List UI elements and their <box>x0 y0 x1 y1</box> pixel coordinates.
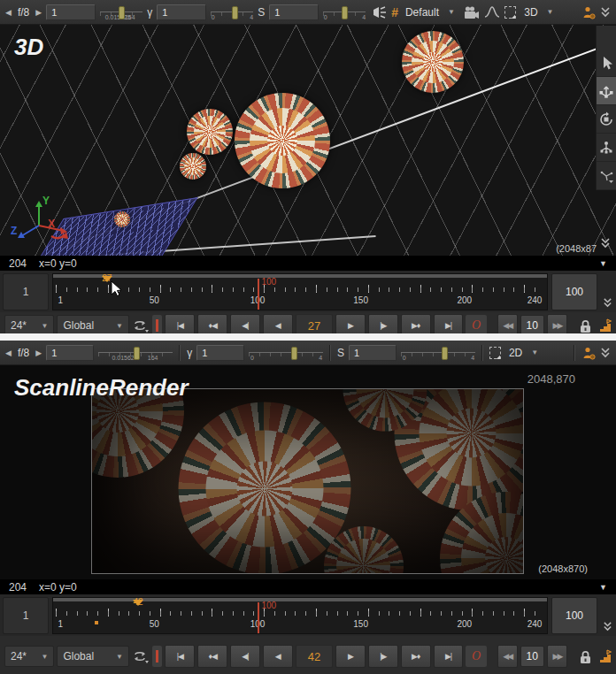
saturation-slider[interactable]: 0 4 <box>323 4 366 21</box>
gain-field[interactable]: 1 <box>46 4 96 20</box>
gamma-slider-handle[interactable] <box>291 347 297 360</box>
select-tool-button[interactable] <box>597 49 616 77</box>
saturation-slider-handle[interactable] <box>442 347 448 360</box>
frame-tick-label: 50 <box>150 619 159 629</box>
wipe-grid-icon[interactable]: # <box>391 4 397 21</box>
decrement-button[interactable]: ◀◀ <box>497 645 518 668</box>
flower-card-large[interactable] <box>235 93 330 188</box>
gain-slider-handle[interactable] <box>119 6 125 19</box>
panel-divider <box>0 333 616 341</box>
pause-person-icon[interactable] <box>581 344 596 362</box>
gamma-tick-label: 4 <box>319 355 322 361</box>
proxy-mode-label[interactable]: f/8 <box>16 6 31 19</box>
range-end-field[interactable]: 100 <box>551 597 597 634</box>
timeline-scrollbar[interactable] <box>53 598 547 601</box>
viewport-2d[interactable]: 2048,870 ScanlineRender (2048x870) <box>0 365 616 579</box>
svg-text:Y: Y <box>42 195 50 207</box>
double-chevron-down-icon[interactable] <box>601 597 613 634</box>
pause-person-icon[interactable] <box>581 4 596 21</box>
frame-tick-label: 50 <box>150 295 159 305</box>
viewport-3d[interactable]: 3D Y X Z (2048x87 <box>0 25 616 256</box>
playhead-marker-icon <box>133 600 143 626</box>
range-mode-select[interactable]: Global ▼ <box>57 646 128 667</box>
goto-start-button[interactable]: |◀ <box>165 645 195 668</box>
double-chevron-down-icon[interactable] <box>601 273 613 310</box>
expand-status-icon[interactable]: ▼ <box>599 583 607 592</box>
saturation-field[interactable]: 1 <box>269 4 319 20</box>
scale-tool-button[interactable] <box>597 134 616 162</box>
fps-select[interactable]: 24* ▼ <box>4 646 54 667</box>
step-back-button[interactable]: ◀| <box>230 645 260 668</box>
double-chevron-down-icon[interactable] <box>600 344 611 362</box>
increment-button[interactable]: ▶▶ <box>547 645 567 668</box>
playhead[interactable]: 42 <box>133 598 143 622</box>
camera-icon[interactable] <box>463 4 480 21</box>
play-backward-button[interactable]: ◀ <box>263 645 293 668</box>
flower-card-far[interactable] <box>402 31 464 93</box>
curve-icon[interactable] <box>484 4 500 21</box>
gamma-slider[interactable]: 0 4 <box>211 4 253 21</box>
view-mode-select[interactable]: 3D ▼ <box>520 6 577 19</box>
expand-status-icon[interactable]: ▼ <box>599 259 607 268</box>
next-input-icon[interactable]: ▶ <box>35 348 42 357</box>
gamma-slider-handle[interactable] <box>232 6 238 19</box>
gain-slider-handle[interactable] <box>134 347 140 360</box>
flower-card-medium[interactable] <box>187 109 233 155</box>
flower-card-small[interactable] <box>180 153 206 180</box>
fps-value: 24* <box>11 319 27 332</box>
range-start-field[interactable]: 1 <box>3 273 49 310</box>
range-start-field[interactable]: 1 <box>3 597 49 634</box>
frame-tick-label: 200 <box>457 619 472 629</box>
timeline: 1 1 50 100 150 200 240 100 27 100 <box>0 271 616 312</box>
flower-card-tiny[interactable] <box>114 211 130 227</box>
prev-keyframe-button[interactable]: ♦◀ <box>197 645 227 668</box>
range-end-field[interactable]: 100 <box>551 273 597 310</box>
prev-input-icon[interactable]: ◀ <box>5 348 12 357</box>
double-chevron-down-icon[interactable] <box>600 236 611 252</box>
rendered-image[interactable] <box>91 388 524 574</box>
prev-input-icon[interactable]: ◀ <box>5 8 12 17</box>
playback-loop-icon[interactable] <box>132 647 150 665</box>
rotate-tool-button[interactable] <box>597 105 616 134</box>
proxy-mode-label[interactable]: f/8 <box>16 347 31 359</box>
next-input-icon[interactable]: ▶ <box>35 8 42 17</box>
timeline-scrollbar[interactable] <box>53 274 547 278</box>
double-chevron-down-icon[interactable] <box>600 4 611 21</box>
saturation-slider-handle[interactable] <box>342 6 348 19</box>
roi-marquee-icon[interactable] <box>489 347 501 359</box>
gamma-field[interactable]: 1 <box>196 345 244 361</box>
saturation-slider[interactable]: 0 1 4 <box>401 344 475 362</box>
gain-toggle-icon[interactable] <box>370 4 387 21</box>
flipbook-ramp-icon[interactable] <box>596 647 612 665</box>
viewport-mode-label: 3D <box>14 34 43 61</box>
frame-tick-label: 150 <box>353 295 368 305</box>
playback-loop-icon[interactable] <box>132 317 150 334</box>
current-frame-field[interactable]: 42 <box>296 645 333 668</box>
frame-increment-field[interactable]: 10 <box>520 646 544 667</box>
flipbook-ramp-icon[interactable] <box>596 317 612 334</box>
play-button[interactable]: ▶ <box>335 645 366 668</box>
stop-button[interactable]: O <box>466 646 486 667</box>
timeline-ruler[interactable]: 1 50 100 150 200 240 100 27 <box>52 273 548 310</box>
lock-range-icon[interactable] <box>578 317 593 334</box>
gamma-field[interactable]: 1 <box>157 4 206 20</box>
timeline-ruler[interactable]: 1 50 100 150 200 240 100 42 <box>52 597 548 634</box>
saturation-tick-label: 0 <box>324 14 327 20</box>
saturation-field[interactable]: 1 <box>349 345 397 361</box>
roi-marquee-icon[interactable] <box>504 6 516 19</box>
gain-field[interactable]: 1 <box>46 345 94 361</box>
gamma-tick-label: 0 <box>212 14 215 20</box>
view-mode-select[interactable]: 2D ▼ <box>505 347 567 359</box>
lut-select[interactable]: Default ▼ <box>402 6 458 19</box>
translate-tool-button[interactable] <box>597 77 616 105</box>
lock-range-icon[interactable] <box>578 647 593 665</box>
step-forward-button[interactable]: |▶ <box>368 645 398 668</box>
gamma-slider[interactable]: 0 1 4 <box>249 344 323 362</box>
frame-tick-label: 200 <box>457 295 472 305</box>
gain-slider[interactable]: 0.015625 164 <box>100 4 142 21</box>
in-point-marker[interactable] <box>152 646 163 667</box>
gain-slider[interactable]: 0.015625 164 <box>98 344 173 362</box>
next-keyframe-button[interactable]: ▶♦ <box>401 645 431 668</box>
axis-tool-button[interactable] <box>597 162 616 190</box>
goto-end-button[interactable]: ▶| <box>434 645 464 668</box>
